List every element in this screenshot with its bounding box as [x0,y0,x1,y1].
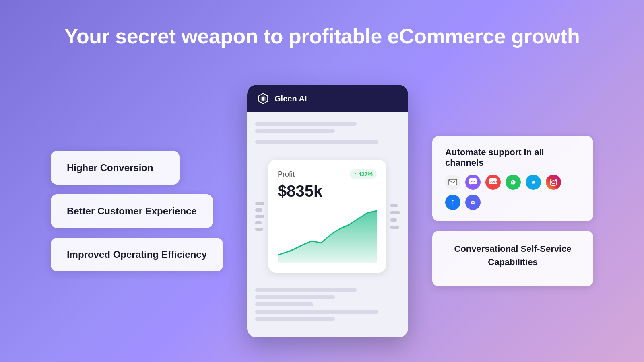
skeleton-line [255,129,335,133]
profit-badge: ↑ 427% [350,169,377,179]
svg-rect-3 [449,179,457,185]
higher-conversion-card: Higher Conversion [51,151,180,185]
skeleton-line [255,288,357,292]
phone-mockup: Gleen AI [247,85,408,337]
skeleton-line [255,317,335,321]
phone-header: Gleen AI [247,85,408,112]
sms-channel-icon: SMS [485,175,501,190]
self-service-title: Conversational Self-Service Capabilities [445,242,580,269]
profit-chart [278,207,377,263]
automate-support-title: Automate support in all channels [445,147,580,168]
phone-body: Profit ↑ 427% $835k [247,112,408,337]
chat-channel-icon [465,175,481,190]
svg-point-17 [472,202,473,203]
profit-card: Profit ↑ 427% $835k [268,160,386,273]
skeleton-line [255,215,264,218]
email-channel-icon [445,175,460,190]
right-feature-cards: Automate support in all channels [432,136,593,286]
instagram-channel-icon [546,175,561,190]
skeleton-line [390,226,399,229]
skeleton-line [255,140,378,144]
better-customer-experience-card: Better Customer Experience [51,194,213,228]
skeleton-line [255,302,313,306]
main-content: Higher Conversion Better Customer Experi… [0,60,644,362]
self-service-card: Conversational Self-Service Capabilities [432,231,593,286]
telegram-channel-icon [526,175,541,190]
higher-conversion-label: Higher Conversion [67,162,153,173]
discord-channel-icon [465,195,481,210]
svg-rect-2 [262,97,264,101]
app-name: Gleen AI [275,94,307,103]
skeleton-line [390,204,398,207]
skeleton-line [255,122,357,126]
left-feature-cards: Higher Conversion Better Customer Experi… [51,151,223,272]
svg-point-18 [473,202,474,203]
whatsapp-channel-icon [506,175,521,190]
page-title: Your secret weapon to profitable eCommer… [64,24,580,48]
improved-operating-efficiency-card: Improved Operating Efficiency [51,238,223,272]
skeleton-line [390,211,400,214]
skeleton-line [255,202,264,205]
facebook-channel-icon [445,195,460,210]
automate-support-card: Automate support in all channels [432,136,593,221]
skeleton-line [255,310,378,314]
better-customer-experience-label: Better Customer Experience [67,206,197,216]
channel-icons: SMS [445,175,580,210]
skeleton-line [255,221,262,224]
gleen-logo-icon [257,92,270,105]
svg-point-6 [473,181,474,182]
svg-point-13 [552,181,555,184]
skeleton-line [390,218,397,222]
skeleton-line [255,208,262,212]
svg-point-14 [555,180,556,181]
skeleton-line [255,228,263,231]
svg-point-5 [471,181,472,182]
svg-text:SMS: SMS [490,180,497,184]
svg-point-7 [474,181,475,182]
improved-operating-efficiency-label: Improved Operating Efficiency [67,249,207,260]
profit-label: Profit [278,170,295,179]
skeleton-line [255,295,335,299]
profit-value: $835k [278,182,377,200]
